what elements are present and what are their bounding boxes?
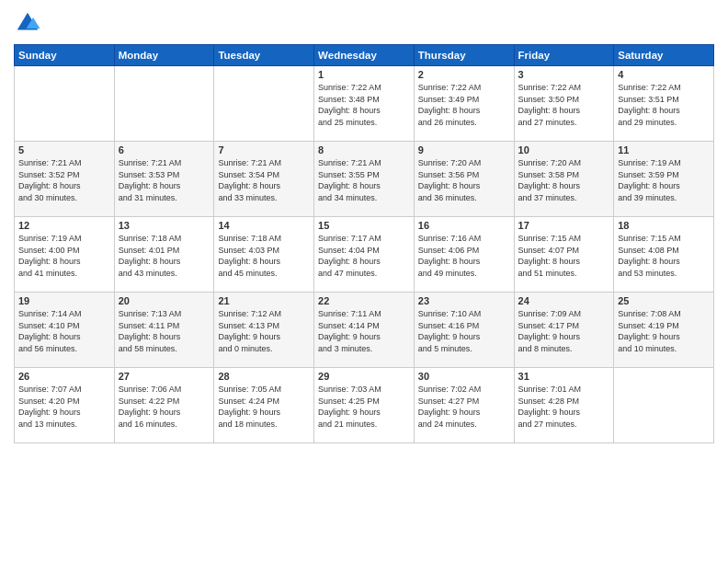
weekday-header-friday: Friday <box>514 45 614 66</box>
day-info: Sunrise: 7:01 AM Sunset: 4:28 PM Dayligh… <box>518 384 610 430</box>
day-number: 23 <box>418 295 510 306</box>
day-cell: 21Sunrise: 7:12 AM Sunset: 4:13 PM Dayli… <box>214 293 314 368</box>
day-info: Sunrise: 7:12 AM Sunset: 4:13 PM Dayligh… <box>218 308 310 354</box>
day-cell: 19Sunrise: 7:14 AM Sunset: 4:10 PM Dayli… <box>15 293 115 368</box>
day-info: Sunrise: 7:19 AM Sunset: 4:00 PM Dayligh… <box>18 233 110 279</box>
day-number: 5 <box>18 144 110 155</box>
day-cell: 27Sunrise: 7:06 AM Sunset: 4:22 PM Dayli… <box>114 368 214 443</box>
weekday-header-thursday: Thursday <box>414 45 514 66</box>
day-cell: 4Sunrise: 7:22 AM Sunset: 3:51 PM Daylig… <box>614 66 714 142</box>
day-number: 26 <box>18 371 110 382</box>
day-cell: 18Sunrise: 7:15 AM Sunset: 4:08 PM Dayli… <box>614 217 714 293</box>
week-row-5: 26Sunrise: 7:07 AM Sunset: 4:20 PM Dayli… <box>15 368 714 443</box>
day-number: 17 <box>518 220 610 231</box>
day-number: 11 <box>618 144 710 155</box>
day-info: Sunrise: 7:11 AM Sunset: 4:14 PM Dayligh… <box>318 308 410 354</box>
day-number: 30 <box>418 371 510 382</box>
logo-icon <box>14 9 41 37</box>
calendar-header: SundayMondayTuesdayWednesdayThursdayFrid… <box>15 45 714 66</box>
day-number: 7 <box>218 144 310 155</box>
day-number: 25 <box>618 295 710 306</box>
day-info: Sunrise: 7:10 AM Sunset: 4:16 PM Dayligh… <box>418 308 510 354</box>
header <box>14 9 714 37</box>
day-cell: 6Sunrise: 7:21 AM Sunset: 3:53 PM Daylig… <box>114 142 214 217</box>
day-cell: 23Sunrise: 7:10 AM Sunset: 4:16 PM Dayli… <box>414 293 514 368</box>
day-number: 8 <box>318 144 410 155</box>
day-cell: 1Sunrise: 7:22 AM Sunset: 3:48 PM Daylig… <box>314 66 415 142</box>
day-cell: 11Sunrise: 7:19 AM Sunset: 3:59 PM Dayli… <box>614 142 714 217</box>
day-info: Sunrise: 7:20 AM Sunset: 3:58 PM Dayligh… <box>518 157 610 203</box>
day-number: 13 <box>119 220 210 231</box>
day-number: 18 <box>618 220 710 231</box>
day-info: Sunrise: 7:15 AM Sunset: 4:07 PM Dayligh… <box>518 233 610 279</box>
day-cell: 17Sunrise: 7:15 AM Sunset: 4:07 PM Dayli… <box>514 217 614 293</box>
day-number: 3 <box>518 69 610 80</box>
day-number: 28 <box>218 371 310 382</box>
day-cell: 16Sunrise: 7:16 AM Sunset: 4:06 PM Dayli… <box>414 217 514 293</box>
calendar-body: 1Sunrise: 7:22 AM Sunset: 3:48 PM Daylig… <box>15 66 714 443</box>
day-cell: 3Sunrise: 7:22 AM Sunset: 3:50 PM Daylig… <box>514 66 614 142</box>
day-number: 2 <box>418 69 510 80</box>
day-cell: 8Sunrise: 7:21 AM Sunset: 3:55 PM Daylig… <box>314 142 415 217</box>
day-cell: 28Sunrise: 7:05 AM Sunset: 4:24 PM Dayli… <box>214 368 314 443</box>
day-number: 21 <box>218 295 310 306</box>
day-cell: 5Sunrise: 7:21 AM Sunset: 3:52 PM Daylig… <box>15 142 115 217</box>
page: SundayMondayTuesdayWednesdayThursdayFrid… <box>0 0 728 563</box>
day-cell: 14Sunrise: 7:18 AM Sunset: 4:03 PM Dayli… <box>214 217 314 293</box>
day-cell <box>15 66 115 142</box>
weekday-header-row: SundayMondayTuesdayWednesdayThursdayFrid… <box>15 45 714 66</box>
day-cell: 10Sunrise: 7:20 AM Sunset: 3:58 PM Dayli… <box>514 142 614 217</box>
day-cell: 25Sunrise: 7:08 AM Sunset: 4:19 PM Dayli… <box>614 293 714 368</box>
day-cell: 15Sunrise: 7:17 AM Sunset: 4:04 PM Dayli… <box>314 217 415 293</box>
day-number: 24 <box>518 295 610 306</box>
day-cell: 7Sunrise: 7:21 AM Sunset: 3:54 PM Daylig… <box>214 142 314 217</box>
weekday-header-wednesday: Wednesday <box>314 45 415 66</box>
day-cell: 20Sunrise: 7:13 AM Sunset: 4:11 PM Dayli… <box>114 293 214 368</box>
day-cell: 29Sunrise: 7:03 AM Sunset: 4:25 PM Dayli… <box>314 368 415 443</box>
day-number: 20 <box>119 295 210 306</box>
day-info: Sunrise: 7:21 AM Sunset: 3:53 PM Dayligh… <box>119 157 210 203</box>
day-number: 10 <box>518 144 610 155</box>
day-number: 27 <box>119 371 210 382</box>
day-number: 31 <box>518 371 610 382</box>
day-info: Sunrise: 7:22 AM Sunset: 3:51 PM Dayligh… <box>618 82 710 128</box>
day-info: Sunrise: 7:20 AM Sunset: 3:56 PM Dayligh… <box>418 157 510 203</box>
day-info: Sunrise: 7:14 AM Sunset: 4:10 PM Dayligh… <box>18 308 110 354</box>
weekday-header-monday: Monday <box>114 45 214 66</box>
day-cell: 2Sunrise: 7:22 AM Sunset: 3:49 PM Daylig… <box>414 66 514 142</box>
day-info: Sunrise: 7:06 AM Sunset: 4:22 PM Dayligh… <box>119 384 210 430</box>
day-cell: 9Sunrise: 7:20 AM Sunset: 3:56 PM Daylig… <box>414 142 514 217</box>
day-info: Sunrise: 7:18 AM Sunset: 4:01 PM Dayligh… <box>119 233 210 279</box>
day-number: 22 <box>318 295 410 306</box>
day-cell: 24Sunrise: 7:09 AM Sunset: 4:17 PM Dayli… <box>514 293 614 368</box>
day-info: Sunrise: 7:09 AM Sunset: 4:17 PM Dayligh… <box>518 308 610 354</box>
day-number: 15 <box>318 220 410 231</box>
day-cell <box>614 368 714 443</box>
week-row-4: 19Sunrise: 7:14 AM Sunset: 4:10 PM Dayli… <box>15 293 714 368</box>
week-row-2: 5Sunrise: 7:21 AM Sunset: 3:52 PM Daylig… <box>15 142 714 217</box>
day-number: 6 <box>119 144 210 155</box>
week-row-3: 12Sunrise: 7:19 AM Sunset: 4:00 PM Dayli… <box>15 217 714 293</box>
day-number: 14 <box>218 220 310 231</box>
day-info: Sunrise: 7:02 AM Sunset: 4:27 PM Dayligh… <box>418 384 510 430</box>
weekday-header-sunday: Sunday <box>15 45 115 66</box>
day-number: 16 <box>418 220 510 231</box>
day-number: 4 <box>618 69 710 80</box>
logo <box>14 9 45 37</box>
day-info: Sunrise: 7:17 AM Sunset: 4:04 PM Dayligh… <box>318 233 410 279</box>
day-cell: 12Sunrise: 7:19 AM Sunset: 4:00 PM Dayli… <box>15 217 115 293</box>
day-cell: 22Sunrise: 7:11 AM Sunset: 4:14 PM Dayli… <box>314 293 415 368</box>
day-cell: 13Sunrise: 7:18 AM Sunset: 4:01 PM Dayli… <box>114 217 214 293</box>
day-info: Sunrise: 7:22 AM Sunset: 3:50 PM Dayligh… <box>518 82 610 128</box>
day-cell: 31Sunrise: 7:01 AM Sunset: 4:28 PM Dayli… <box>514 368 614 443</box>
day-number: 12 <box>18 220 110 231</box>
day-info: Sunrise: 7:21 AM Sunset: 3:55 PM Dayligh… <box>318 157 410 203</box>
day-cell <box>114 66 214 142</box>
day-info: Sunrise: 7:21 AM Sunset: 3:54 PM Dayligh… <box>218 157 310 203</box>
day-info: Sunrise: 7:21 AM Sunset: 3:52 PM Dayligh… <box>18 157 110 203</box>
day-number: 1 <box>318 69 410 80</box>
day-info: Sunrise: 7:13 AM Sunset: 4:11 PM Dayligh… <box>119 308 210 354</box>
day-cell <box>214 66 314 142</box>
day-number: 29 <box>318 371 410 382</box>
day-info: Sunrise: 7:22 AM Sunset: 3:49 PM Dayligh… <box>418 82 510 128</box>
